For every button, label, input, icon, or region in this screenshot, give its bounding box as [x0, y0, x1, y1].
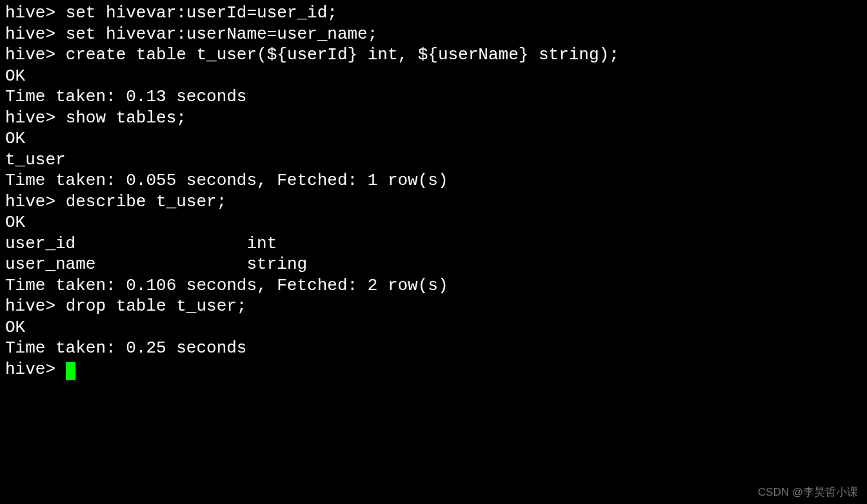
terminal-line: user_name string: [5, 254, 862, 275]
shell-command: drop table t_user;: [66, 296, 247, 316]
terminal-line: Time taken: 0.25 seconds: [5, 338, 862, 359]
shell-output: OK: [5, 129, 25, 148]
shell-output: Time taken: 0.13 seconds: [5, 87, 246, 106]
terminal-line: t_user: [5, 150, 862, 171]
terminal-line: OK: [5, 212, 862, 233]
shell-command: show tables;: [66, 108, 186, 128]
shell-prompt: hive>: [5, 3, 66, 23]
terminal-line: Time taken: 0.13 seconds: [5, 86, 862, 108]
shell-command: describe t_user;: [66, 192, 227, 211]
shell-prompt: hive>: [5, 360, 66, 379]
shell-output: OK: [5, 213, 25, 232]
terminal-line: hive> drop table t_user;: [5, 296, 862, 317]
shell-prompt: hive>: [5, 108, 66, 128]
shell-output: OK: [5, 66, 25, 86]
shell-prompt: hive>: [5, 296, 66, 316]
terminal-line: Time taken: 0.106 seconds, Fetched: 2 ro…: [5, 275, 862, 296]
shell-command: set hivevar:userName=user_name;: [66, 24, 378, 44]
shell-command: create table t_user(${userId} int, ${use…: [66, 45, 619, 64]
terminal-line: Time taken: 0.055 seconds, Fetched: 1 ro…: [5, 170, 862, 191]
shell-output: Time taken: 0.106 seconds, Fetched: 2 ro…: [5, 276, 448, 295]
terminal-line: hive> create table t_user(${userId} int,…: [5, 44, 862, 66]
terminal-line: hive> show tables;: [5, 108, 862, 129]
terminal-line: OK: [5, 66, 862, 87]
watermark-text: CSDN @李昊哲小课: [758, 485, 858, 499]
shell-output: user_name string: [5, 255, 307, 274]
shell-command: set hivevar:userId=user_id;: [66, 3, 337, 23]
terminal-line: hive> set hivevar:userId=user_id;: [5, 3, 862, 24]
terminal-line: OK: [5, 128, 862, 150]
terminal-line: hive> set hivevar:userName=user_name;: [5, 24, 862, 45]
shell-output: Time taken: 0.25 seconds: [5, 338, 246, 358]
terminal-line: hive>: [5, 359, 862, 380]
terminal-line: user_id int: [5, 233, 862, 255]
terminal-line: hive> describe t_user;: [5, 191, 862, 213]
terminal-output[interactable]: hive> set hivevar:userId=user_id;hive> s…: [5, 3, 862, 380]
shell-output: OK: [5, 318, 25, 337]
shell-output: t_user: [5, 150, 66, 170]
shell-prompt: hive>: [5, 45, 66, 64]
shell-output: Time taken: 0.055 seconds, Fetched: 1 ro…: [5, 171, 448, 190]
shell-prompt: hive>: [5, 24, 66, 44]
terminal-line: OK: [5, 317, 862, 338]
shell-prompt: hive>: [5, 192, 66, 211]
shell-output: user_id int: [5, 234, 277, 253]
cursor-block[interactable]: [66, 362, 75, 380]
